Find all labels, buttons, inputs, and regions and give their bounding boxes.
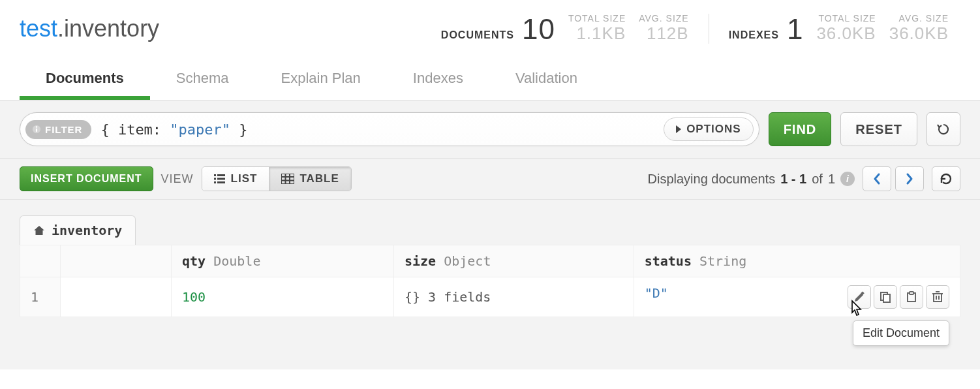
filter-query[interactable]: { item: "paper" }	[91, 121, 664, 138]
svg-rect-3	[214, 174, 216, 176]
idx-avg-size: 36.0KB	[889, 23, 949, 44]
view-label: VIEW	[161, 172, 194, 186]
displaying-text: Displaying documents 1 - 1 of 1 i	[648, 172, 855, 187]
row-expand-cell[interactable]	[61, 277, 172, 317]
filter-pill: FILTER	[25, 120, 91, 139]
tab-validation[interactable]: Validation	[489, 59, 604, 100]
collection-name: inventory	[64, 15, 159, 42]
insert-document-button[interactable]: INSERT DOCUMENT	[20, 166, 153, 191]
table-row[interactable]: 1 100 {} 3 fields "D"	[20, 277, 960, 317]
doc-avg-size: 112B	[647, 23, 689, 44]
idx-total-size-label: TOTAL SIZE	[818, 13, 876, 23]
svg-rect-4	[217, 174, 225, 176]
svg-rect-19	[934, 294, 942, 302]
expand-header	[61, 245, 172, 277]
view-list-button[interactable]: LIST	[202, 167, 269, 191]
clone-document-button[interactable]	[874, 285, 897, 309]
svg-rect-16	[883, 294, 890, 302]
info-icon[interactable]: i	[840, 172, 855, 186]
collection-breadcrumb[interactable]: inventory	[20, 215, 136, 245]
svg-point-1	[36, 126, 37, 127]
info-icon	[32, 125, 41, 134]
svg-rect-5	[214, 178, 216, 180]
chevron-left-icon	[872, 172, 881, 185]
cell-qty[interactable]: 100	[172, 277, 394, 317]
documents-count: 10	[522, 15, 555, 44]
svg-rect-9	[281, 174, 294, 184]
collection-stats: DOCUMENTS 10 TOTAL SIZE 1.1KB AVG. SIZE …	[429, 13, 960, 44]
col-qty[interactable]: qty Double	[172, 245, 394, 277]
doc-total-size-label: TOTAL SIZE	[568, 13, 626, 23]
reset-button[interactable]: RESET	[840, 112, 917, 146]
tab-indexes[interactable]: Indexes	[387, 59, 489, 100]
chevron-right-icon	[905, 172, 914, 185]
filter-input[interactable]: FILTER { item: "paper" } OPTIONS	[20, 112, 759, 146]
row-number: 1	[20, 277, 61, 317]
pencil-icon	[853, 291, 865, 303]
trash-icon	[932, 291, 943, 303]
indexes-count: 1	[787, 15, 803, 44]
doc-total-size: 1.1KB	[576, 23, 626, 44]
svg-rect-18	[910, 292, 913, 294]
view-table-button[interactable]: TABLE	[269, 167, 350, 191]
options-button[interactable]: OPTIONS	[664, 117, 754, 141]
rownum-header	[20, 245, 61, 277]
edit-document-tooltip: Edit Document	[853, 320, 949, 346]
svg-rect-7	[214, 181, 216, 183]
page-next-button[interactable]	[895, 166, 924, 191]
history-icon	[936, 121, 951, 137]
cell-size[interactable]: {} 3 fields	[393, 277, 634, 317]
refresh-button[interactable]	[932, 166, 960, 191]
collection-title: test.inventory	[20, 15, 410, 42]
triangle-right-icon	[676, 125, 681, 133]
copy-icon	[880, 291, 891, 303]
edit-document-button[interactable]	[848, 285, 871, 309]
find-button[interactable]: FIND	[769, 112, 832, 146]
doc-avg-size-label: AVG. SIZE	[639, 13, 688, 23]
idx-total-size: 36.0KB	[816, 23, 876, 44]
page-prev-button[interactable]	[863, 166, 891, 191]
delete-document-button[interactable]	[926, 285, 949, 309]
idx-avg-size-label: AVG. SIZE	[899, 13, 949, 23]
svg-rect-6	[217, 178, 225, 180]
refresh-icon	[939, 172, 953, 186]
view-toggle: LIST TABLE	[202, 166, 352, 191]
home-icon	[33, 225, 45, 236]
col-size[interactable]: size Object	[393, 245, 634, 277]
tabs: Documents Schema Explain Plan Indexes Va…	[0, 59, 980, 101]
history-button[interactable]	[926, 112, 960, 146]
db-name: test	[20, 15, 57, 42]
svg-rect-2	[36, 129, 37, 132]
documents-label: DOCUMENTS	[441, 29, 514, 44]
tab-documents[interactable]: Documents	[20, 59, 150, 100]
clipboard-icon	[906, 291, 917, 303]
indexes-label: INDEXES	[729, 29, 779, 44]
table-icon	[281, 174, 294, 184]
copy-document-button[interactable]	[900, 285, 923, 309]
documents-table: qty Double size Object status String 1 1…	[20, 245, 960, 317]
tab-explain-plan[interactable]: Explain Plan	[255, 59, 387, 100]
tab-schema[interactable]: Schema	[150, 59, 255, 100]
cell-status[interactable]: "D"	[634, 277, 960, 317]
svg-rect-8	[217, 181, 225, 183]
list-icon	[214, 174, 226, 184]
col-status[interactable]: status String	[634, 245, 960, 277]
